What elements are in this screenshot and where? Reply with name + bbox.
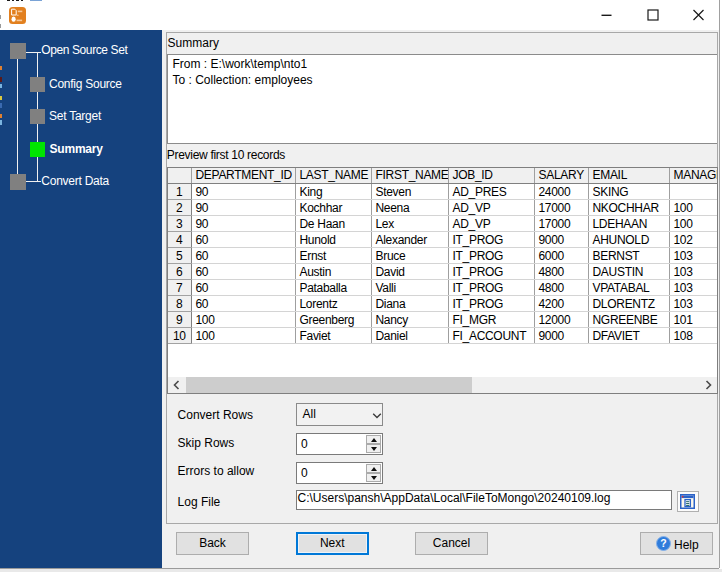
svg-text:?: ? [660, 537, 666, 549]
